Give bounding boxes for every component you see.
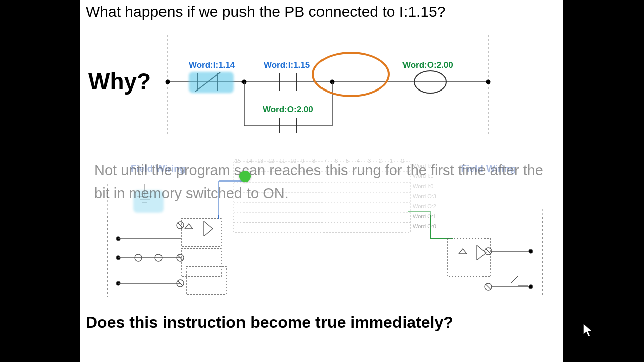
slide-content: What happens if we push the PB connected… [80,0,564,362]
svg-line-38 [178,223,183,228]
bottom-question: Does this instruction become true immedi… [86,313,453,332]
label-coil: Word:O:2.00 [403,60,453,70]
label-branch: Word:O:2.00 [263,105,313,115]
mouse-cursor [583,323,594,338]
svg-rect-36 [186,266,226,294]
svg-point-3 [166,80,170,84]
highlight-i115-ellipse [312,52,390,97]
svg-line-52 [486,249,491,254]
svg-line-59 [511,276,518,283]
svg-point-58 [529,285,533,289]
laser-pointer [239,171,251,182]
answer-text: Not until the program scan reaches this … [94,159,552,205]
svg-rect-35 [181,249,221,277]
svg-line-54 [486,284,491,289]
highlight-i114 [189,72,234,93]
svg-rect-50 [448,239,491,277]
word-label-6: Word O:0 [413,223,436,229]
slide-title: What happens if we push the PB connected… [86,3,445,20]
answer-overlay: Not until the program scan reaches this … [87,155,559,215]
label-i114: Word:I:1.14 [189,60,235,70]
svg-point-56 [529,249,533,253]
svg-rect-34 [181,219,221,246]
svg-point-6 [486,80,491,84]
label-i115: Word:I:1.15 [264,60,310,70]
